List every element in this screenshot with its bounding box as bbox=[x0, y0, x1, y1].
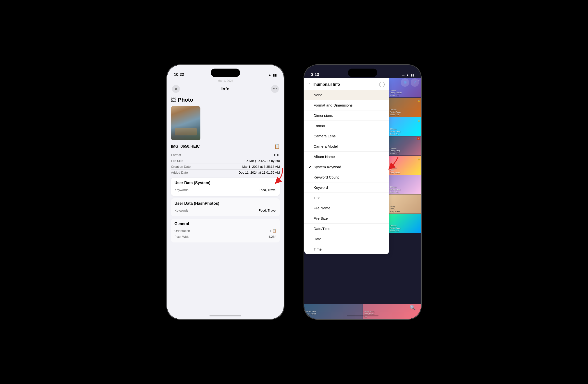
dropdown-item-keyword-count[interactable]: Keyword Count bbox=[304, 172, 389, 182]
photo-overlay-5: 🔒 bbox=[418, 157, 420, 161]
grid-photo-2: Chicago,Family, Food,Travel, Trip 🔒 bbox=[389, 98, 421, 117]
creation-label: Creation Date bbox=[171, 165, 191, 168]
dropdown-chevron-icon: ˅ bbox=[309, 83, 310, 86]
grid-photo-8: Chicago,Family, Snap,Travel, Trip bbox=[389, 214, 421, 233]
item-none: None bbox=[314, 93, 385, 97]
grid-photo-6: Chicago,Family, Snap,Travel, Trip bbox=[389, 175, 421, 194]
dropdown-item-title[interactable]: Title bbox=[304, 193, 389, 203]
dropdown-title: Thumbnail Info bbox=[312, 82, 340, 87]
photo-tags-1: Chicago,Family, Flower,Travel, Trip bbox=[390, 89, 402, 97]
bottom-photo-1: Family, Food,Snap, Travel,Trip bbox=[304, 304, 363, 319]
general-card: General Orientation 1 📋 Pixel Width 4,28… bbox=[171, 219, 280, 243]
bottom-tags-1: Family, Food,Snap, Travel,Trip bbox=[305, 310, 316, 318]
format-label: Format bbox=[171, 153, 181, 157]
filesize-value: 1.5 MB (1,512,737 bytes) bbox=[244, 159, 280, 162]
check-button[interactable]: ✓ bbox=[411, 78, 419, 87]
dropdown-item-system-keyword[interactable]: ✓ System Keyword bbox=[304, 162, 389, 172]
photo-section-header: 🖼 Photo bbox=[171, 95, 280, 103]
dropdown-item-dimensions[interactable]: Dimensions bbox=[304, 110, 389, 121]
dropdown-item-date[interactable]: Date bbox=[304, 234, 389, 244]
tag-icon-2: 🔒 bbox=[418, 100, 420, 102]
info-title: Info bbox=[221, 86, 230, 92]
item-keyword: Keyword bbox=[314, 185, 385, 190]
item-format-dimensions: Format and Dimensions bbox=[314, 103, 385, 107]
photo-label: Photo bbox=[178, 97, 193, 103]
status-icons-right: ••• ▲ ▮▮ bbox=[402, 73, 414, 77]
photo-tags-8: Chicago,Family, Snap,Travel, Trip bbox=[390, 224, 401, 232]
file-info-table: Format HEIF File Size 1.5 MB (1,512,737 … bbox=[171, 152, 280, 175]
hash-keywords-value: Food, Travel bbox=[259, 209, 276, 212]
dropdown-header-left: ˅ Thumbnail Info bbox=[309, 82, 340, 87]
photo-tags-5: Chicago,Food,Snap, Travel bbox=[390, 166, 400, 174]
left-phone: 10:22 ▲ ▮▮ Mar 1, 2024 ✕ Info ••• 🖼 bbox=[167, 65, 284, 319]
system-keywords-row: Keywords Food, Travel bbox=[174, 187, 276, 193]
dropdown-item-format-dimensions[interactable]: Format and Dimensions bbox=[304, 100, 389, 110]
file-type-icon: 📋 bbox=[274, 144, 280, 149]
info-nav: ✕ Info ••• bbox=[167, 84, 284, 95]
dropdown-item-file-size[interactable]: File Size bbox=[304, 213, 389, 223]
check-system-keyword: ✓ bbox=[309, 165, 314, 169]
dropdown-item-none[interactable]: None bbox=[304, 90, 389, 100]
date-text: Mar 1, 2024 bbox=[218, 79, 233, 82]
photo-tags-6: Chicago,Family, Snap,Travel, Trip bbox=[390, 186, 401, 194]
photo-thumbnail bbox=[171, 106, 200, 140]
photo-tags-7: Family,Food,Snap, Travel bbox=[390, 205, 400, 213]
status-icons-left: ▲ ▮▮ bbox=[268, 73, 277, 77]
user-data-hash-title: User Data (HashPhotos) bbox=[174, 201, 276, 206]
item-system-keyword: System Keyword bbox=[314, 165, 385, 169]
item-dimensions: Dimensions bbox=[314, 113, 385, 118]
more-icon: ••• bbox=[273, 87, 277, 91]
dropdown-item-datetime[interactable]: Date/Time bbox=[304, 223, 389, 234]
info-row: Creation Date Mar 1, 2024 at 8:35:18 AM bbox=[171, 164, 280, 170]
info-row: Added Date Dec 11, 2024 at 11:01:59 AM bbox=[171, 170, 280, 175]
close-icon: ✕ bbox=[174, 87, 178, 91]
creation-value: Mar 1, 2024 at 8:35:18 AM bbox=[242, 165, 280, 168]
file-name-row: IMG_0650.HEIC 📋 bbox=[171, 144, 280, 149]
grid-photo-5: Chicago,Food,Snap, Travel 🔒 bbox=[389, 156, 421, 175]
signal-dots: ••• bbox=[402, 74, 405, 77]
info-row: File Size 1.5 MB (1,512,737 bytes) bbox=[171, 158, 280, 164]
user-data-system-title: User Data (System) bbox=[174, 181, 276, 185]
added-label: Added Date bbox=[171, 171, 188, 174]
mail-icon: ✉ bbox=[403, 80, 407, 85]
item-title: Title bbox=[314, 196, 385, 200]
system-keywords-label: Keywords bbox=[174, 188, 189, 192]
pixelwidth-label: Pixel Width bbox=[174, 235, 190, 239]
photo-overlay-3: 🔒 bbox=[418, 118, 420, 122]
date-badge-4: ● bbox=[417, 137, 420, 140]
pixelwidth-row: Pixel Width 4,284 bbox=[174, 234, 276, 240]
photo-tags-3: Chicago,Family, Snap,Travel, Trip bbox=[390, 128, 401, 136]
dropdown-item-camera-model[interactable]: Camera Model bbox=[304, 141, 389, 152]
more-button[interactable]: ••• bbox=[271, 85, 279, 93]
grid-photo-3: Chicago,Family, Snap,Travel, Trip 🔒 bbox=[389, 117, 421, 136]
mail-button[interactable]: ✉ bbox=[401, 78, 409, 87]
item-camera-lens: Camera Lens bbox=[314, 134, 385, 138]
action-icons: ✉ ✓ bbox=[401, 78, 419, 87]
close-button[interactable]: ✕ bbox=[172, 85, 180, 93]
item-time: Time bbox=[314, 247, 385, 251]
dropdown-item-file-name[interactable]: File Name bbox=[304, 203, 389, 213]
left-phone-screen: 10:22 ▲ ▮▮ Mar 1, 2024 ✕ Info ••• 🖼 bbox=[167, 65, 284, 319]
general-title: General bbox=[174, 222, 276, 226]
search-button[interactable]: 🔍 bbox=[408, 303, 417, 312]
dropdown-item-album-name[interactable]: Album Name bbox=[304, 152, 389, 162]
dropdown-item-camera-lens[interactable]: Camera Lens bbox=[304, 131, 389, 141]
hash-keywords-label: Keywords bbox=[174, 209, 189, 212]
hash-keywords-row: Keywords Food, Travel bbox=[174, 208, 276, 213]
dropdown-item-format[interactable]: Format bbox=[304, 121, 389, 131]
info-content: 🖼 Photo IMG_0650.HEIC 📋 Format HEIF bbox=[167, 95, 284, 245]
item-camera-model: Camera Model bbox=[314, 144, 385, 148]
check-icon: ✓ bbox=[413, 80, 417, 85]
format-value: HEIF bbox=[273, 153, 280, 157]
dropdown-item-time[interactable]: Time bbox=[304, 244, 389, 254]
orientation-value: 1 📋 bbox=[270, 229, 276, 233]
dropdown-item-keyword[interactable]: Keyword bbox=[304, 182, 389, 193]
search-icon: 🔍 bbox=[410, 305, 416, 310]
thumbnail-dropdown: ˅ Thumbnail Info i None Format and Dimen… bbox=[304, 78, 389, 254]
orientation-row: Orientation 1 📋 bbox=[174, 228, 276, 234]
battery-icon-left: ▮▮ bbox=[273, 73, 277, 77]
added-value: Dec 11, 2024 at 11:01:59 AM bbox=[239, 171, 280, 174]
info-button[interactable]: i bbox=[379, 82, 385, 87]
system-keywords-value: Food, Travel bbox=[259, 188, 276, 192]
info-icon: i bbox=[382, 83, 382, 86]
